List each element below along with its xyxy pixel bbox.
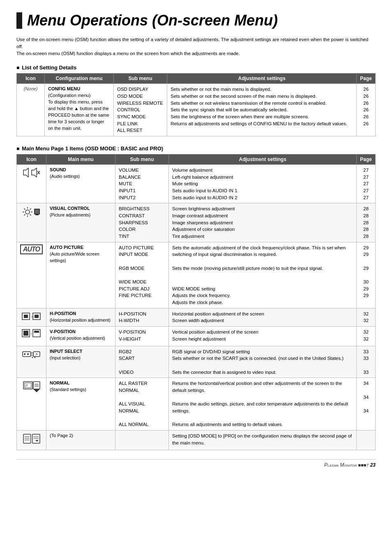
- submenu-cell-vpos: V-POSITIONV-HEIGHT: [115, 327, 169, 346]
- icon-cell-topage2: [17, 431, 46, 450]
- icon-cell-sound: [17, 165, 46, 203]
- th-adj-1: Adjustment settings: [167, 74, 357, 84]
- svg-rect-24: [33, 329, 40, 337]
- svg-marker-1: [32, 168, 37, 177]
- footer-brand: Plasma Monitor ■■■† 23: [324, 462, 376, 468]
- icon-cell-vpos: ↕: [17, 327, 46, 346]
- svg-text:↔: ↔: [30, 314, 35, 319]
- main-cell-sound: SOUND(Audio settings): [46, 165, 115, 203]
- section1-heading: List of Setting Details: [16, 64, 376, 71]
- icon-cell: (None): [17, 84, 45, 136]
- section2-table: Icon Main menu Sub menu Adjustment setti…: [16, 154, 376, 450]
- icon-cell-auto: AUTO: [17, 242, 46, 308]
- svg-marker-0: [23, 168, 28, 177]
- section1-table: Icon Configuration menu Sub menu Adjustm…: [16, 73, 376, 136]
- sound-icon: [22, 167, 42, 178]
- icon-cell-visual: [17, 203, 46, 242]
- table-row: (None) CONFIG MENU(Configuration menu) T…: [17, 84, 376, 136]
- config-cell: CONFIG MENU(Configuration menu) To displ…: [45, 84, 114, 136]
- table-row: (To Page 2) Setting [OSD MODE] to [PRO] …: [17, 431, 376, 450]
- submenu-cell-auto: AUTO PICTUREINPUT MODERGB MODEWIDE MODEP…: [115, 242, 169, 308]
- adj-cell-normal: Returns the horizontal/vertical position…: [169, 378, 357, 431]
- page-title: Menu Operations (On-screen Menu): [27, 12, 278, 29]
- svg-marker-51: [35, 440, 39, 442]
- title-accent: [16, 12, 22, 29]
- svg-rect-16: [35, 210, 39, 214]
- submenu-cell-normal: ALL RASTER NORMALALL VISUAL NORMALALL NO…: [115, 378, 169, 431]
- icon-cell-input: [17, 346, 46, 378]
- svg-line-35: [36, 354, 37, 355]
- svg-rect-20: [35, 315, 39, 318]
- main-cell-auto: AUTO PICTURE(Auto picture/Wide screen se…: [46, 242, 115, 308]
- normal-icon: ↺: [22, 380, 42, 393]
- table-row: AUTO AUTO PICTURE(Auto picture/Wide scre…: [17, 242, 376, 308]
- table-row: SOUND(Audio settings) VOLUMEBALANCEMUTEI…: [17, 165, 376, 203]
- main-cell-hpos: H-POSITION(Horizontal position adjustmen…: [46, 308, 115, 326]
- table-row: INPUT SELECT(Input selection) RGB2SCARTV…: [17, 346, 376, 378]
- page-cell-sound: 2727272727: [357, 165, 376, 203]
- th-page-2: Page: [357, 154, 376, 165]
- table-row: ↕ V-POSITION(Vertical position adjustmen…: [17, 327, 376, 346]
- adj-cell-auto: Sets the automatic adjustment of the clo…: [169, 242, 357, 308]
- page-cell-topage2: [357, 431, 376, 450]
- svg-rect-14: [35, 214, 39, 215]
- svg-rect-48: [32, 434, 40, 443]
- svg-point-4: [25, 210, 30, 214]
- svg-text:↕: ↕: [30, 332, 32, 336]
- hpos-icon: ↔: [21, 311, 42, 322]
- page-cell-input: 333333: [357, 346, 376, 378]
- svg-point-29: [27, 353, 29, 355]
- svg-rect-30: [31, 353, 33, 355]
- th-icon-1: Icon: [17, 74, 45, 84]
- svg-rect-25: [34, 331, 39, 333]
- adj-cell-input: RGB signal or DVD/HD signal settingSets …: [169, 346, 357, 378]
- submenu-cell-visual: BRIGHTNESSCONTRASTSHARPNESSCOLORTINT: [115, 203, 169, 242]
- adj-cell-topage2: Setting [OSD MODE] to [PRO] on the confi…: [169, 431, 357, 450]
- svg-rect-33: [33, 352, 40, 357]
- adj-cell-visual: Screen brightness adjustmentImage contra…: [169, 203, 357, 242]
- svg-rect-18: [24, 315, 28, 318]
- svg-line-11: [30, 209, 31, 210]
- svg-line-12: [24, 214, 25, 216]
- footer: Plasma Monitor ■■■† 23: [16, 459, 376, 468]
- page-cell-hpos: 3232: [357, 308, 376, 326]
- th-config: Configuration menu: [45, 74, 114, 84]
- icon-cell-hpos: ↔: [17, 308, 46, 326]
- table-row: ↺ NORMAL(Standard settings) ALL RASTER N…: [17, 378, 376, 431]
- section2-heading: Main Menu Page 1 Items (OSD MODE : BASIC…: [16, 145, 376, 152]
- th-adj-2: Adjustment settings: [169, 154, 357, 165]
- svg-line-34: [36, 353, 37, 354]
- page-cell-auto: 292929302929: [357, 242, 376, 308]
- main-cell-topage2: (To Page 2): [46, 431, 115, 450]
- intro-text: Use of the on-screen menu (OSM) function…: [16, 36, 376, 58]
- th-page-1: Page: [357, 74, 376, 84]
- adj-cell: Sets whether or not the main menu is dis…: [167, 84, 357, 136]
- topage2-icon: [22, 433, 42, 446]
- visual-icon: [22, 205, 42, 219]
- svg-line-10: [30, 214, 31, 216]
- svg-line-9: [24, 209, 25, 210]
- th-main: Main menu: [46, 154, 115, 165]
- th-submenu-1: Sub menu: [114, 74, 167, 84]
- submenu-cell-topage2: [115, 431, 169, 450]
- submenu-cell-sound: VOLUMEBALANCEMUTEINPUT1INPUT2: [115, 165, 169, 203]
- submenu-cell-input: RGB2SCARTVIDEO: [115, 346, 169, 378]
- svg-point-28: [24, 353, 25, 355]
- page-cell: 262626262626: [357, 84, 376, 136]
- adj-cell-vpos: Vertical position adjustment of the scre…: [169, 327, 357, 346]
- main-cell-normal: NORMAL(Standard settings): [46, 378, 115, 431]
- svg-point-31: [32, 357, 33, 358]
- submenu-cell: OSD DISPLAYOSD MODEWIRELESS REMOTE CONTR…: [114, 84, 167, 136]
- table-row: VISUAL CONTROL(Picture adjustments) BRIG…: [17, 203, 376, 242]
- main-cell-input: INPUT SELECT(Input selection): [46, 346, 115, 378]
- input-icon: [22, 348, 42, 360]
- svg-text:↺: ↺: [25, 384, 28, 387]
- svg-rect-23: [23, 331, 28, 336]
- th-submenu-2: Sub menu: [115, 154, 169, 165]
- main-cell-vpos: V-POSITION(Vertical position adjustment): [46, 327, 115, 346]
- svg-marker-43: [33, 389, 40, 392]
- adj-cell-hpos: Horizontal position adjustment of the sc…: [169, 308, 357, 326]
- page-cell-visual: 2828282828: [357, 203, 376, 242]
- icon-cell-normal: ↺: [17, 378, 46, 431]
- th-icon-2: Icon: [17, 154, 46, 165]
